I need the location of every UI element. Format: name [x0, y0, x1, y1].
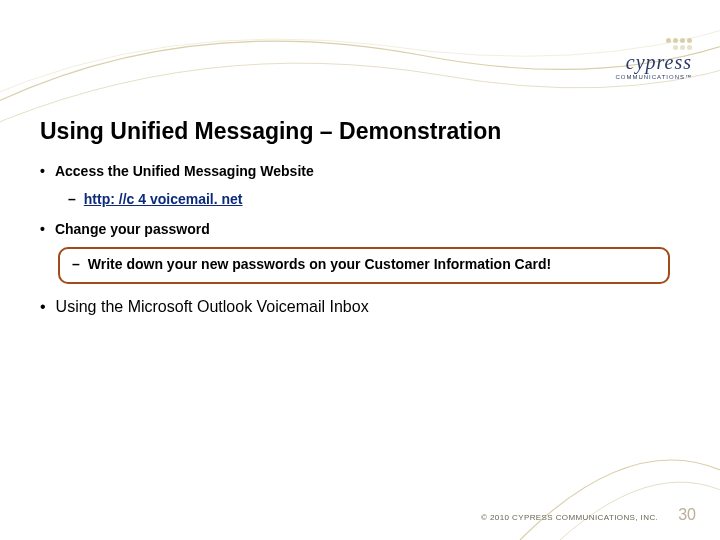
bullet-dot-icon: •: [40, 163, 45, 179]
bullet-list: • Access the Unified Messaging Website –…: [40, 163, 680, 316]
page-number: 30: [678, 506, 696, 524]
dash-icon: –: [72, 255, 80, 274]
bullet-change-password: • Change your password – Write down your…: [40, 221, 680, 284]
logo: cypress COMMUNICATIONS™: [615, 38, 692, 80]
bullet-dot-icon: •: [40, 298, 46, 316]
slide-title: Using Unified Messaging – Demonstration: [40, 118, 680, 145]
logo-name: cypress: [615, 52, 692, 72]
bullet-outlook: • Using the Microsoft Outlook Voicemail …: [40, 298, 680, 316]
footer: © 2010 CYPRESS COMMUNICATIONS, INC. 30: [481, 506, 696, 524]
copyright-text: © 2010 CYPRESS COMMUNICATIONS, INC.: [481, 513, 658, 522]
bullet-access-label: Access the Unified Messaging Website: [55, 163, 314, 179]
callout-text: Write down your new passwords on your Cu…: [88, 255, 551, 274]
content-area: Using Unified Messaging – Demonstration …: [40, 118, 680, 330]
bullet-change-label: Change your password: [55, 221, 210, 237]
logo-dots-icon: [615, 38, 692, 43]
bullet-outlook-label: Using the Microsoft Outlook Voicemail In…: [56, 298, 369, 316]
logo-subtitle: COMMUNICATIONS™: [615, 74, 692, 80]
bullet-dot-icon: •: [40, 221, 45, 237]
subbullet-link: – http: //c 4 voicemail. net: [68, 191, 680, 207]
dash-icon: –: [68, 191, 76, 207]
bullet-access: • Access the Unified Messaging Website –…: [40, 163, 680, 207]
logo-dots-icon: [615, 45, 692, 50]
slide: cypress COMMUNICATIONS™ Using Unified Me…: [0, 0, 720, 540]
callout-box: – Write down your new passwords on your …: [58, 247, 670, 284]
voicemail-link[interactable]: http: //c 4 voicemail. net: [84, 191, 243, 207]
